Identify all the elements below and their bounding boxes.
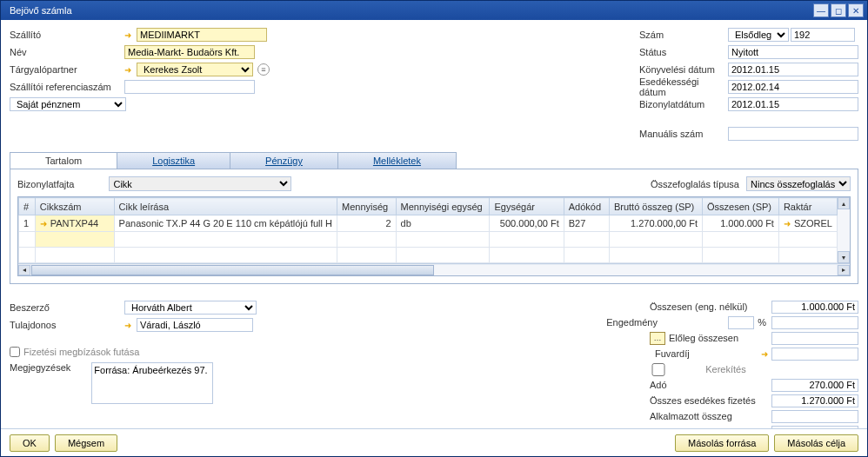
currency-select[interactable]: Saját pénznem (10, 97, 126, 111)
due-date-input[interactable] (728, 80, 858, 94)
discount-label: Engedmény (606, 317, 728, 328)
downpayment-button[interactable]: … (650, 332, 665, 345)
contact-link-icon[interactable]: ➜ (124, 65, 131, 75)
remarks-textarea[interactable]: Forrása: Árubeérkezés 97. (91, 362, 213, 404)
tab-accounting[interactable]: Pénzügy (230, 152, 338, 169)
tab-contents-body: Bizonylatfajta Cikk Összefoglalás típusa… (10, 169, 858, 284)
cell-tax[interactable]: B27 (564, 215, 609, 232)
pct-symbol: % (758, 317, 766, 328)
col-qty[interactable]: Mennyiség (337, 198, 397, 215)
payment-wizard-checkbox[interactable] (10, 347, 20, 357)
contact-label: Tárgyalópartner (10, 64, 123, 75)
applied-label: Alkalmazott összeg (650, 411, 771, 421)
lower-left: Beszerző Horváth Albert Tulajdonos ➜ Fiz… (10, 300, 257, 428)
total-due-label: Összes esedékes fizetés (650, 395, 771, 406)
doctype-select[interactable]: Cikk (109, 176, 291, 191)
table-row[interactable]: 1 ➜PANTXP44 Panasonic TX.P 44 G 20 E 110… (19, 215, 838, 232)
scroll-up-icon[interactable]: ▴ (838, 197, 850, 209)
doc-date-input[interactable] (728, 97, 858, 111)
vendor-link-icon[interactable]: ➜ (124, 30, 131, 40)
col-gross[interactable]: Bruttó összeg (SP) (609, 198, 702, 215)
scroll-right-icon[interactable]: ▸ (838, 265, 850, 275)
series-select[interactable]: Elsődleg (728, 28, 789, 42)
discount-pct-input[interactable] (728, 316, 754, 329)
header-section: Szállító ➜ Név Tárgyalópartner ➜ Kerekes… (10, 27, 858, 142)
hscroll-thumb[interactable] (31, 265, 434, 275)
maximize-button[interactable]: ◻ (831, 3, 846, 17)
col-uom[interactable]: Mennyiségi egység (396, 198, 490, 215)
grid-vscroll[interactable]: ▴ ▾ (838, 197, 850, 263)
copy-to-button[interactable]: Másolás célja (774, 434, 858, 452)
name-label: Név (10, 47, 123, 57)
table-row[interactable] (19, 232, 838, 248)
freight-field[interactable] (771, 348, 858, 361)
header-right: Szám Elsődleg Státus Könyvelési dátum Es… (639, 27, 858, 142)
summary-label: Összefoglalás típusa (651, 179, 739, 189)
titlebar-buttons: — ◻ ✕ (813, 3, 864, 17)
minimize-button[interactable]: — (813, 3, 829, 17)
col-whs[interactable]: Raktár (778, 198, 837, 215)
item-link-icon[interactable]: ➜ (40, 219, 47, 228)
remarks-label: Megjegyzések (10, 362, 70, 404)
cell-price[interactable]: 500.000,00 Ft (490, 215, 564, 232)
tab-attachments[interactable]: Mellékletek (337, 152, 457, 169)
ok-button[interactable]: OK (10, 434, 50, 452)
posting-date-input[interactable] (728, 63, 858, 76)
cell-item[interactable]: ➜PANTXP44 (35, 215, 114, 232)
owner-input[interactable] (137, 318, 253, 332)
doctype-label: Bizonylatfajta (17, 179, 74, 189)
close-button[interactable]: ✕ (848, 3, 864, 17)
downpayment-field[interactable] (771, 332, 858, 345)
grid-hscroll[interactable]: ◂ ▸ (18, 263, 850, 275)
contact-details-button[interactable]: ≡ (257, 63, 270, 76)
docnum-input[interactable] (791, 28, 855, 42)
vendor-code-input[interactable] (137, 28, 267, 42)
payment-wizard-label: Fizetési megbízások futása (23, 347, 139, 357)
vendor-ref-input[interactable] (124, 80, 255, 94)
contact-select[interactable]: Kerekes Zsolt (137, 63, 253, 76)
tab-contents[interactable]: Tartalom (10, 152, 117, 169)
applied-field[interactable] (771, 410, 858, 423)
freight-label: Fuvardíj (655, 348, 761, 359)
total-due-field (771, 394, 858, 407)
manual-num-input[interactable] (728, 127, 858, 141)
rounding-checkbox[interactable] (615, 363, 702, 376)
cell-gross[interactable]: 1.270.000,00 Ft (609, 215, 702, 232)
cell-whs[interactable]: ➜SZOREL (778, 215, 837, 232)
cell-index: 1 (19, 215, 36, 232)
scroll-left-icon[interactable]: ◂ (18, 265, 30, 275)
col-item[interactable]: Cikkszám (35, 198, 114, 215)
vendor-label: Szállító (10, 30, 123, 40)
buyer-select[interactable]: Horváth Albert (124, 301, 257, 315)
col-desc[interactable]: Cikk leírása (114, 198, 337, 215)
cell-qty[interactable]: 2 (337, 215, 397, 232)
doc-date-label: Bizonylatdátum (639, 99, 726, 109)
subtotal-field (771, 301, 858, 314)
cell-total[interactable]: 1.000.000 Ft (703, 215, 779, 232)
docnum-label: Szám (639, 30, 726, 40)
copy-from-button[interactable]: Másolás forrása (675, 434, 769, 452)
col-tax[interactable]: Adókód (564, 198, 609, 215)
tax-label: Adó (650, 380, 771, 390)
cancel-button[interactable]: Mégsem (55, 434, 117, 452)
table-row[interactable] (19, 248, 838, 263)
discount-amount-field[interactable] (771, 316, 858, 329)
col-total[interactable]: Összesen (SP) (703, 198, 779, 215)
tab-strip: Tartalom Logisztika Pénzügy Mellékletek (10, 152, 858, 169)
col-price[interactable]: Egységár (490, 198, 564, 215)
vendor-name-input[interactable] (124, 45, 255, 59)
tab-logistics[interactable]: Logisztika (117, 152, 230, 169)
vendref-label: Szállítói referenciaszám (10, 82, 123, 92)
whs-link-icon[interactable]: ➜ (784, 219, 791, 228)
cell-desc[interactable]: Panasonic TX.P 44 G 20 E 110 cm képátlój… (114, 215, 337, 232)
window-title: Bejövő számla (4, 5, 72, 16)
buyer-label: Beszerző (10, 302, 123, 313)
scroll-down-icon[interactable]: ▾ (838, 251, 850, 263)
owner-link-icon[interactable]: ➜ (124, 321, 131, 330)
owner-label: Tulajdonos (10, 320, 123, 330)
freight-link-icon[interactable]: ➜ (761, 349, 768, 359)
summary-select[interactable]: Nincs összefoglalás (746, 176, 851, 191)
cell-uom[interactable]: db (396, 215, 490, 232)
col-index[interactable]: # (19, 198, 36, 215)
content-area: Szállító ➜ Név Tárgyalópartner ➜ Kerekes… (1, 20, 867, 428)
